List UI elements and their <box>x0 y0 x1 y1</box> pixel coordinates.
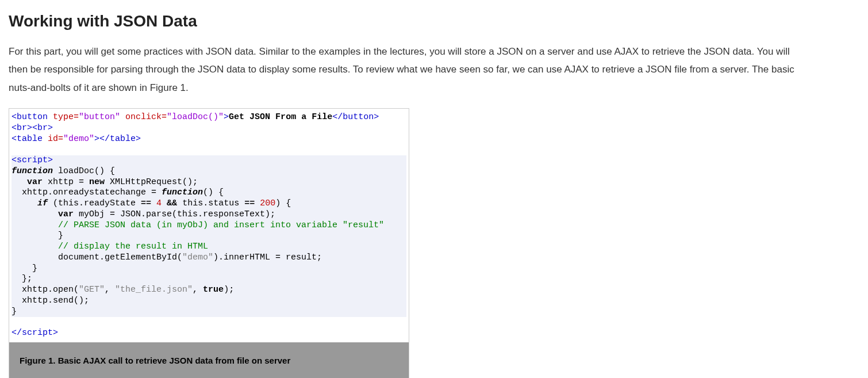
code-token: id= <box>43 134 63 144</box>
code-token: xhttp.open( <box>11 285 79 295</box>
code-token: type= <box>48 112 79 122</box>
code-token: "demo" <box>182 253 213 262</box>
code-token: ) { <box>275 198 291 208</box>
code-token: xhttp.send(); <box>11 296 89 306</box>
code-token: xhttp = <box>43 177 89 187</box>
code-token: 4 <box>156 198 162 208</box>
code-token: // PARSE JSON data (in myObJ) and insert… <box>11 220 384 230</box>
code-token: this.status <box>177 198 244 208</box>
code-token: function <box>11 166 53 176</box>
code-token: // display the result in HTML <box>11 242 208 251</box>
code-token: == <box>141 198 151 208</box>
code-token: var <box>11 209 74 219</box>
code-token: "demo" <box>63 134 94 144</box>
code-token: "button" <box>79 112 120 122</box>
code-token: == <box>244 198 255 208</box>
intro-paragraph: For this part, you will get some practic… <box>9 43 802 97</box>
code-token: && <box>167 198 177 208</box>
code-token <box>162 198 167 208</box>
code-token: ).innerHTML = result; <box>213 253 322 262</box>
code-token: > <box>224 112 229 122</box>
code-token: Get JSON From a File <box>229 112 332 122</box>
code-token: onclick= <box>120 112 167 122</box>
code-token: }; <box>11 274 32 284</box>
code-token: } <box>11 231 63 240</box>
code-token: "the_file.json" <box>115 285 193 295</box>
code-token: </script> <box>11 328 58 338</box>
code-token: new <box>89 177 105 187</box>
code-token: } <box>11 307 17 316</box>
code-token: ></table> <box>94 134 141 144</box>
code-token: true <box>203 285 224 295</box>
code-token: loadDoc() { <box>53 166 115 176</box>
code-token: <button <box>11 112 48 122</box>
code-token: (this.readyState <box>48 198 141 208</box>
code-token: ); <box>224 285 234 295</box>
code-token: <table <box>11 134 43 144</box>
code-token: () { <box>203 188 224 197</box>
code-token: function <box>162 188 203 197</box>
code-token: document.getElementById( <box>11 253 182 262</box>
page-heading: Working with JSON Data <box>9 9 859 35</box>
code-token <box>151 198 156 208</box>
figure-1: <button type="button" onclick="loadDoc()… <box>9 108 409 378</box>
code-token: myObj = JSON.parse(this.responseText); <box>74 209 275 219</box>
code-token: <br><br> <box>11 123 53 133</box>
code-token: "loadDoc()" <box>167 112 224 122</box>
code-token: 200 <box>260 198 275 208</box>
code-token: <script> <box>11 155 53 165</box>
code-token: </button> <box>332 112 379 122</box>
code-token: , <box>105 285 115 295</box>
code-token <box>255 198 260 208</box>
code-token: XMLHttpRequest(); <box>105 177 198 187</box>
code-token: xhttp.onreadystatechange = <box>11 188 162 197</box>
code-token: if <box>11 198 48 208</box>
code-token: var <box>11 177 43 187</box>
code-token: } <box>11 264 37 273</box>
code-block: <button type="button" onclick="loadDoc()… <box>9 109 409 342</box>
figure-caption: Figure 1. Basic AJAX call to retrieve JS… <box>9 342 409 378</box>
code-token: "GET" <box>79 285 105 295</box>
code-token: , <box>193 285 203 295</box>
